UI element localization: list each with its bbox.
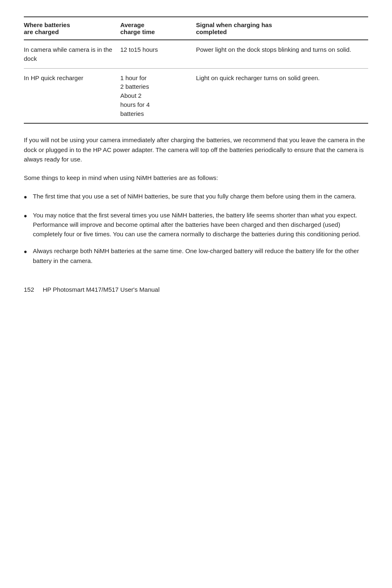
list-item: • The first time that you use a set of N…	[24, 191, 368, 203]
table-header-avg: Averagecharge time	[120, 17, 196, 40]
table-header-where: Where batteriesare charged	[24, 17, 120, 40]
table-row: In HP quick recharger 1 hour for2 batter…	[24, 68, 368, 123]
table-cell-avg-1: 12 to15 hours	[120, 40, 196, 68]
bullet-icon: •	[24, 191, 33, 203]
bullet-icon: •	[24, 246, 33, 257]
table-cell-where-1: In camera while camera is in the dock	[24, 40, 120, 68]
table-row: In camera while camera is in the dock 12…	[24, 40, 368, 68]
footer-title: HP Photosmart M417/M517 User's Manual	[43, 286, 159, 293]
bullet-list: • The first time that you use a set of N…	[24, 191, 368, 265]
page-content: Where batteriesare charged Averagecharge…	[24, 16, 368, 293]
battery-table: Where batteriesare charged Averagecharge…	[24, 16, 368, 124]
paragraph-1: If you will not be using your camera imm…	[24, 135, 368, 164]
bullet-text-2: You may notice that the first several ti…	[33, 210, 368, 239]
bullet-text-3: Always recharge both NiMH batteries at t…	[33, 246, 368, 265]
table-cell-avg-2: 1 hour for2 batteriesAbout 2hours for 4b…	[120, 68, 196, 123]
list-item: • You may notice that the first several …	[24, 210, 368, 239]
table-header-signal: Signal when charging hascompleted	[196, 17, 368, 40]
list-item: • Always recharge both NiMH batteries at…	[24, 246, 368, 265]
table-cell-signal-2: Light on quick recharger turns on solid …	[196, 68, 368, 123]
page-footer: 152 HP Photosmart M417/M517 User's Manua…	[24, 282, 368, 293]
page-number: 152	[24, 286, 34, 293]
table-cell-signal-1: Power light on the dock stops blinking a…	[196, 40, 368, 68]
bullet-icon: •	[24, 210, 33, 221]
bullet-text-1: The first time that you use a set of NiM…	[33, 191, 368, 201]
table-cell-where-2: In HP quick recharger	[24, 68, 120, 123]
paragraph-2: Some things to keep in mind when using N…	[24, 173, 368, 182]
